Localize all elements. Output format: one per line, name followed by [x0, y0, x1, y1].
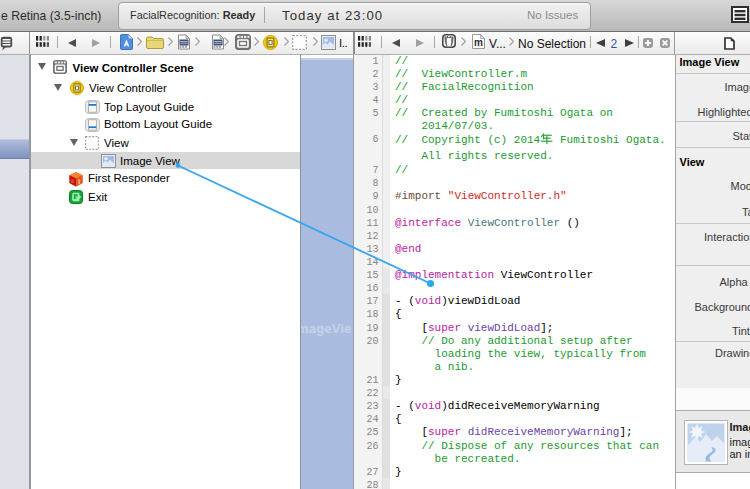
svg-text:m: m — [474, 37, 483, 48]
